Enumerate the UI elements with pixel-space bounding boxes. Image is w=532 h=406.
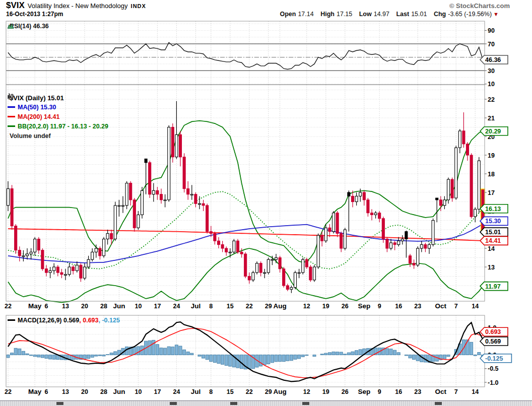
candle-body [26,254,29,256]
x-axis-label: 7 [454,388,458,395]
x-axis-label: 7 [454,303,458,310]
candle-body [455,148,457,198]
x-axis-label: Aug [273,388,286,395]
rsi-series-line [8,42,483,69]
strip-mark [56,402,63,405]
candle-body [171,127,174,157]
macd-hist-bar [347,353,350,355]
candle-body [125,183,128,206]
main-y-axis: 2221201918171615141312 [485,96,495,290]
macd-hist-bar [413,355,416,360]
x-axis-label: 9 [378,388,381,395]
main-legend: $VIX (Daily) 15.01 MA(50) 15.30 MA(200) … [8,93,108,141]
candle-body [240,252,243,254]
candle-body [60,273,63,275]
y-axis-label: 13 [488,264,495,271]
macd-hist-bar [33,355,36,357]
x-axis-label: 12 [303,388,310,395]
macd-hist-bar [91,355,94,358]
x-axis-label: Oct [435,302,447,310]
rsi-series [8,42,483,69]
x-axis-label: 15 [227,303,234,310]
macd-hist-bar [225,355,228,366]
macd-hist-bar [45,355,48,359]
candle-body [286,286,289,289]
ma200-legend: MA(200) 14.41 [18,113,59,120]
x-axis-label: 19 [322,303,329,310]
candle-body [106,233,109,239]
macd-hist-bar [282,355,285,362]
x-axis-label: May [28,388,42,395]
macd-hist-bar [83,355,86,359]
candle-body [409,256,412,263]
x-axis-label: 12 [303,303,310,310]
macd-hist-bar [305,355,308,356]
y-axis-label: 90 [488,27,495,34]
macd-hist-bar [275,355,278,362]
candle-body [22,256,25,257]
axis-callout-value: 15.01 [485,229,501,236]
x-axis-label: 26 [342,303,349,310]
ma50-legend-row: MA(50) 15.30 [8,103,108,112]
macd-hist-bar [447,355,450,357]
candle-body [378,213,381,219]
candle-body [118,206,120,207]
candle-body [168,127,170,200]
macd-hist-bar [466,340,469,355]
axis-callout-value: 46.36 [485,56,501,63]
candle-body [122,206,124,207]
y-axis-label: 22 [488,96,495,103]
candle-body [45,269,48,273]
candle-body [382,219,384,239]
x-axis-label: 14 [472,388,479,395]
chart-scroll-strip[interactable] [0,400,532,406]
macd-hist-bar [443,355,446,360]
macd-hist-bar [95,355,98,357]
x-axis-label: 15 [227,388,234,395]
macd-hist-bar [263,355,266,365]
macd-hist-bar [175,345,178,355]
candle-body [206,206,209,232]
candle-body [194,194,197,204]
x-axis-label: 8 [209,303,213,310]
y-axis-label: -1.0 [488,379,499,386]
main-x-axis: 22May6132028Jun101724Jul8152229Aug121926… [5,302,479,310]
rsi-legend: RSI(14) 46.36 [8,23,49,30]
x-axis-label: Sep [358,388,370,395]
y-axis-label: 18 [488,171,495,178]
x-axis-label: Jul [191,302,201,310]
macd-hist-bar [22,351,25,355]
candle-body [76,265,78,270]
candle-body [183,157,185,189]
candle-body [37,239,40,250]
x-axis-label: 9 [378,303,381,310]
macd-hist-bar [313,355,316,357]
y-axis-label: -0.5 [488,365,499,372]
macd-hist-bar [179,346,182,355]
macd-hist-bar [41,355,44,358]
macd-hist-bar [7,355,10,358]
candle-body [218,241,220,244]
macd-hist-bar [405,355,408,356]
macd-hist-bar [30,355,33,356]
candle-body [49,270,51,273]
candle-body [302,259,304,273]
candle-body [413,263,415,265]
candle-body [237,241,239,252]
macd-hist-bar [271,355,274,363]
candle-body [393,243,396,245]
macd-legend-main: MACD(12,26,9) 0.569 [18,317,79,324]
candle-body [95,248,97,252]
x-axis-label: 6 [45,388,48,395]
candle-body [451,179,453,198]
candle-body [221,245,224,248]
candle-body [229,252,231,253]
macd-hist-bar [164,348,167,355]
candle-body [294,273,297,288]
candle-body [432,221,434,245]
macd-hist-bar [156,345,159,355]
bb-legend-row: BB(20,2.0) 11.97 - 16.13 - 20.29 [8,122,108,131]
x-axis-label: 16 [395,303,402,310]
candle-body [271,259,274,260]
x-axis-label: 8 [209,388,213,395]
